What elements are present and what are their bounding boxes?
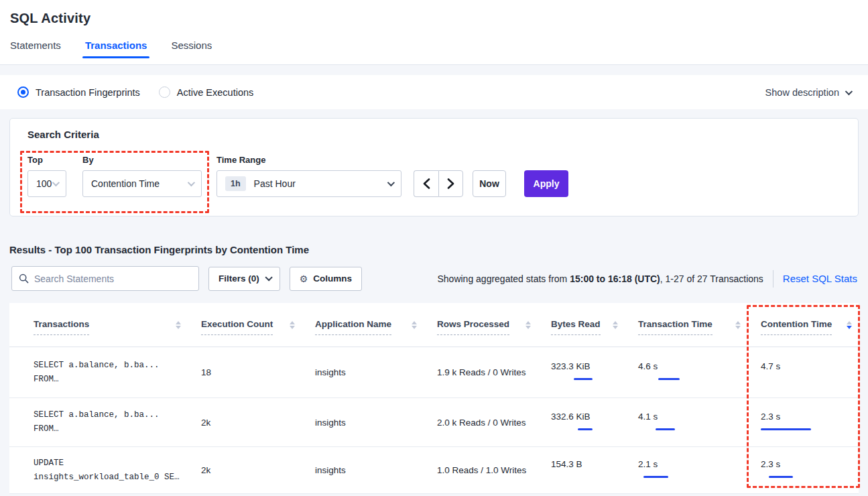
divider <box>773 270 773 288</box>
stats-group: Showing aggregated stats from 15:00 to 1… <box>437 270 857 288</box>
transaction-fingerprint-link[interactable]: UPDATE insights_workload_table_0 SE… <box>9 456 201 485</box>
page-title: SQL Activity <box>0 0 868 26</box>
results-toolbar: Filters (0) ⚙ Columns Showing aggregated… <box>11 266 857 291</box>
execution-count-bar <box>252 368 304 377</box>
contention-time-cell: 2.3 s <box>761 459 859 481</box>
tab-sessions[interactable]: Sessions <box>171 40 212 58</box>
time-range-value: Past Hour <box>254 178 296 189</box>
chevron-down-icon <box>845 87 853 95</box>
tab-statements[interactable]: Statements <box>10 40 61 58</box>
contention-time-bar <box>761 425 816 434</box>
chevron-right-icon <box>447 178 454 189</box>
search-criteria-heading: Search Criteria <box>27 129 841 140</box>
transaction-fingerprint-link[interactable]: SELECT a.balance, b.ba... FROM… <box>9 408 201 436</box>
aggregated-stats-text: Showing aggregated stats from 15:00 to 1… <box>437 273 763 284</box>
contention-time-bar <box>761 473 816 481</box>
table-row: UPDATE insights_workload_table_0 SE… 2k … <box>9 447 859 494</box>
contention-time-cell: 2.3 s <box>761 412 859 434</box>
bytes-read-cell: 332.6 KiB <box>551 412 638 434</box>
sort-icon <box>735 321 741 329</box>
bytes-read-bar <box>551 425 606 434</box>
column-header-rows-processed[interactable]: Rows Processed <box>437 319 551 330</box>
execution-count-bar <box>252 418 304 427</box>
radio-selected-icon <box>17 86 29 98</box>
filters-label: Filters (0) <box>219 273 259 284</box>
table-header-row: Transactions Execution Count Application… <box>9 303 859 347</box>
column-header-transactions[interactable]: Transactions <box>9 319 201 330</box>
top-value: 100 <box>36 178 52 189</box>
time-range-next-button[interactable] <box>438 170 463 197</box>
top-select[interactable]: 100 <box>27 170 66 197</box>
top-label: Top <box>27 155 66 165</box>
tab-transactions[interactable]: Transactions <box>85 40 147 58</box>
chevron-down-icon <box>387 179 395 186</box>
table-row: SELECT a.balance, b.ba... FROM… 2k insig… <box>9 398 859 447</box>
contention-time-bar <box>761 375 816 383</box>
radio-active-executions[interactable]: Active Executions <box>159 86 253 98</box>
column-header-contention-time[interactable]: Contention Time <box>761 319 859 330</box>
time-range-label: Time Range <box>216 155 401 165</box>
chevron-down-icon <box>188 179 195 186</box>
transaction-fingerprint-link[interactable]: SELECT a.balance, b.ba... FROM… <box>9 359 201 387</box>
sort-icon <box>412 321 417 329</box>
apply-button[interactable]: Apply <box>524 170 568 197</box>
execution-count-bar <box>252 466 304 475</box>
column-header-application-name[interactable]: Application Name <box>315 319 437 330</box>
search-statements-input[interactable] <box>34 273 192 284</box>
show-description-label: Show description <box>765 87 839 98</box>
rows-processed-cell: 1.0 Reads / 1.0 Writes <box>437 465 551 475</box>
time-range-arrows <box>414 170 463 197</box>
now-button[interactable]: Now <box>473 170 506 197</box>
time-range-select[interactable]: 1h Past Hour <box>216 170 401 197</box>
rows-processed-cell: 1.9 k Reads / 0 Writes <box>437 367 551 377</box>
column-header-execution-count[interactable]: Execution Count <box>201 319 315 330</box>
by-value: Contention Time <box>91 178 160 189</box>
sort-icon-active-desc <box>847 321 852 329</box>
application-name-cell: insights <box>315 465 437 475</box>
chevron-left-icon <box>423 178 430 189</box>
transaction-time-cell: 4.6 s <box>638 361 761 383</box>
radio-transaction-fingerprints[interactable]: Transaction Fingerprints <box>17 86 140 98</box>
view-mode-radios: Transaction Fingerprints Active Executio… <box>17 86 253 98</box>
sql-activity-page: SQL Activity Statements Transactions Ses… <box>0 0 868 496</box>
execution-count-cell: 2k <box>201 418 315 428</box>
rows-processed-cell: 2.0 k Reads / 0 Writes <box>437 418 551 428</box>
reset-sql-stats-link[interactable]: Reset SQL Stats <box>783 273 857 284</box>
column-header-bytes-read[interactable]: Bytes Read <box>551 319 638 330</box>
transaction-time-cell: 2.1 s <box>638 459 761 481</box>
radio-label: Active Executions <box>177 87 253 98</box>
columns-button[interactable]: ⚙ Columns <box>290 267 362 291</box>
transaction-time-bar <box>638 473 693 481</box>
search-icon <box>19 273 29 284</box>
radio-unselected-icon <box>159 86 170 98</box>
table-row: SELECT a.balance, b.ba... FROM… 18 insig… <box>9 347 859 398</box>
time-range-field-group: Time Range 1h Past Hour <box>216 155 401 197</box>
transaction-time-cell: 4.1 s <box>638 412 761 434</box>
chevron-down-icon <box>265 273 272 281</box>
by-label: By <box>82 155 202 165</box>
contention-time-cell: 4.7 s <box>761 361 859 383</box>
view-mode-bar: Transaction Fingerprints Active Executio… <box>0 75 868 109</box>
tab-bar: Statements Transactions Sessions <box>0 40 868 58</box>
page-header: SQL Activity Statements Transactions Ses… <box>0 0 868 65</box>
bytes-read-cell: 154.3 B <box>551 459 638 481</box>
search-criteria-card: Search Criteria Top 100 By Contention Ti… <box>9 118 859 216</box>
execution-count-cell: 2k <box>201 465 315 475</box>
transaction-time-bar <box>638 375 693 383</box>
bytes-read-cell: 323.3 KiB <box>551 361 638 383</box>
chevron-down-icon <box>52 179 60 186</box>
sort-icon <box>613 321 618 329</box>
columns-label: Columns <box>313 273 352 284</box>
application-name-cell: insights <box>315 418 437 428</box>
filters-button[interactable]: Filters (0) <box>208 267 280 291</box>
show-description-toggle[interactable]: Show description <box>765 87 851 98</box>
by-field-group: By Contention Time <box>82 155 202 197</box>
transaction-time-bar <box>638 425 693 434</box>
by-select[interactable]: Contention Time <box>82 170 202 197</box>
top-field-group: Top 100 <box>27 155 66 197</box>
sort-icon <box>176 321 181 329</box>
execution-count-cell: 18 <box>201 367 315 377</box>
search-criteria-controls: Top 100 By Contention Time Time Range 1h <box>27 155 841 197</box>
time-range-prev-button[interactable] <box>414 170 438 197</box>
column-header-transaction-time[interactable]: Transaction Time <box>638 319 761 330</box>
